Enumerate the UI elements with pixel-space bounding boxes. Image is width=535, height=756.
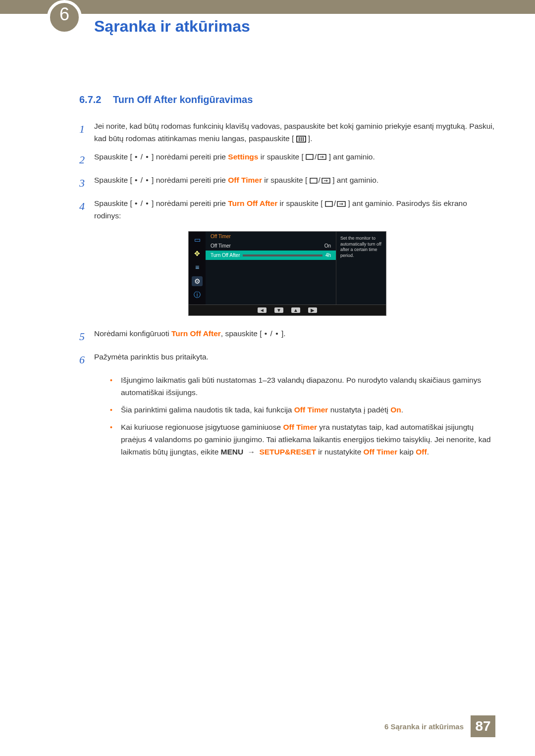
step-body: Spauskite [ • / • ] norėdami pereiti pri… xyxy=(94,198,495,222)
dot-slash-dot-icon: • / • xyxy=(132,152,152,161)
chapter-title-bar: 6 Sąranka ir atkūrimas xyxy=(0,14,535,39)
section-number: 6.7.2 xyxy=(79,94,101,105)
info-icon: ⓘ xyxy=(192,290,203,300)
nav-left-icon: ◄ xyxy=(258,307,267,313)
osd-panel: ▭ ✥ ≡ ⚙ ⓘ Off Timer Off Timer On Turn Of… xyxy=(188,231,386,316)
highlight-turnoffafter: Turn Off After xyxy=(171,329,221,338)
highlight-turnoffafter: Turn Off After xyxy=(228,199,277,207)
step-number: 4 xyxy=(79,198,94,222)
enter-return-icon: / xyxy=(310,174,330,187)
chapter-number-badge: 6 xyxy=(47,0,82,35)
note-item: • Kai kuriuose regionuose įsigytuose gam… xyxy=(110,421,495,458)
note-body: Išjungimo laikmatis gali būti nustatomas… xyxy=(121,374,495,399)
highlight-offtimer: Off Timer xyxy=(228,176,262,184)
footer-chapter-label: 6 Sąranka ir atkūrimas xyxy=(384,722,464,731)
bullet-icon: • xyxy=(110,421,121,458)
note-body: Šia parinktimi galima naudotis tik tada,… xyxy=(121,404,495,416)
chapter-title: Sąranka ir atkūrimas xyxy=(94,17,250,36)
enter-return-icon: / xyxy=(306,151,326,163)
page-footer: 6 Sąranka ir atkūrimas 87 xyxy=(384,715,495,737)
enter-return-icon: / xyxy=(325,198,346,210)
osd-center: Off Timer Off Timer On Turn Off After 4h xyxy=(206,232,336,304)
step-list-continued: 5 Norėdami konfigūruoti Turn Off After, … xyxy=(79,328,495,368)
step-4: 4 Spauskite [ • / • ] norėdami pereiti p… xyxy=(79,198,495,222)
dot-slash-dot-icon: • / • xyxy=(132,199,152,207)
arrow-right-icon: → xyxy=(248,448,256,456)
note-item: • Šia parinktimi galima naudotis tik tad… xyxy=(110,404,495,416)
note-item: • Išjungimo laikmatis gali būti nustatom… xyxy=(110,374,495,399)
step-number: 2 xyxy=(79,151,94,168)
osd-nav-bar: ◄ ▼ ▲ ▶ xyxy=(189,304,386,315)
svg-rect-6 xyxy=(310,178,317,183)
monitor-icon: ▭ xyxy=(192,235,203,245)
osd-menu-title: Off Timer xyxy=(206,232,336,241)
osd-row-value: On xyxy=(324,243,331,249)
osd-tooltip: Set the monitor to automatically turn of… xyxy=(336,232,386,304)
footer-page-number: 87 xyxy=(471,715,495,737)
step-body: Jei norite, kad būtų rodomas funkcinių k… xyxy=(94,120,495,145)
list-icon: ≡ xyxy=(192,262,203,272)
step-3: 3 Spauskite [ • / • ] norėdami pereiti p… xyxy=(79,174,495,192)
note-body: Kai kuriuose regionuose įsigytuose gamin… xyxy=(121,421,495,458)
bullet-icon: • xyxy=(110,404,121,416)
bullet-icon: • xyxy=(110,374,121,399)
osd-row-value: 4h xyxy=(325,252,331,258)
dot-slash-dot-icon: • / • xyxy=(262,329,281,338)
gear-icon: ⚙ xyxy=(192,276,203,286)
step-1: 1 Jei norite, kad būtų rodomas funkcinių… xyxy=(79,120,495,145)
step-number: 1 xyxy=(79,120,94,145)
osd-row-offtimer: Off Timer On xyxy=(206,241,336,251)
step-6: 6 Pažymėta parinktis bus pritaikyta. xyxy=(79,351,495,368)
osd-row-turnoffafter: Turn Off After 4h xyxy=(206,251,336,260)
menu-icon xyxy=(296,136,306,143)
step-number: 6 xyxy=(79,351,94,368)
step-body: Spauskite [ • / • ] norėdami pereiti pri… xyxy=(94,174,495,192)
step-body: Norėdami konfigūruoti Turn Off After, sp… xyxy=(94,328,495,345)
osd-sidebar: ▭ ✥ ≡ ⚙ ⓘ xyxy=(189,232,206,304)
nav-right-icon: ▶ xyxy=(308,307,317,313)
dot-slash-dot-icon: • / • xyxy=(132,176,152,184)
step-list: 1 Jei norite, kad būtų rodomas funkcinių… xyxy=(79,120,495,222)
section-heading: 6.7.2 Turn Off After konfigūravimas xyxy=(79,94,495,105)
chapter-number: 6 xyxy=(59,4,69,25)
osd-screenshot: ▭ ✥ ≡ ⚙ ⓘ Off Timer Off Timer On Turn Of… xyxy=(79,231,495,316)
page-content: 6.7.2 Turn Off After konfigūravimas 1 Je… xyxy=(0,35,535,458)
step-body: Pažymėta parinktis bus pritaikyta. xyxy=(94,351,495,368)
highlight-settings: Settings xyxy=(228,152,258,161)
svg-rect-4 xyxy=(306,154,313,159)
osd-row-label: Turn Off After xyxy=(211,252,240,258)
osd-row-label: Off Timer xyxy=(211,243,231,249)
nav-down-icon: ▼ xyxy=(274,307,283,313)
step-5: 5 Norėdami konfigūruoti Turn Off After, … xyxy=(79,328,495,345)
osd-slider xyxy=(243,254,322,256)
notes-list: • Išjungimo laikmatis gali būti nustatom… xyxy=(110,374,495,458)
nav-up-icon: ▲ xyxy=(291,307,300,313)
step-number: 5 xyxy=(79,328,94,345)
arrows-icon: ✥ xyxy=(192,249,203,258)
step-2: 2 Spauskite [ • / • ] norėdami pereiti p… xyxy=(79,151,495,168)
step-body: Spauskite [ • / • ] norėdami pereiti pri… xyxy=(94,151,495,168)
section-title: Turn Off After konfigūravimas xyxy=(113,94,253,105)
svg-rect-8 xyxy=(325,202,332,206)
notes-block: • Išjungimo laikmatis gali būti nustatom… xyxy=(110,374,495,458)
step-number: 3 xyxy=(79,174,94,192)
